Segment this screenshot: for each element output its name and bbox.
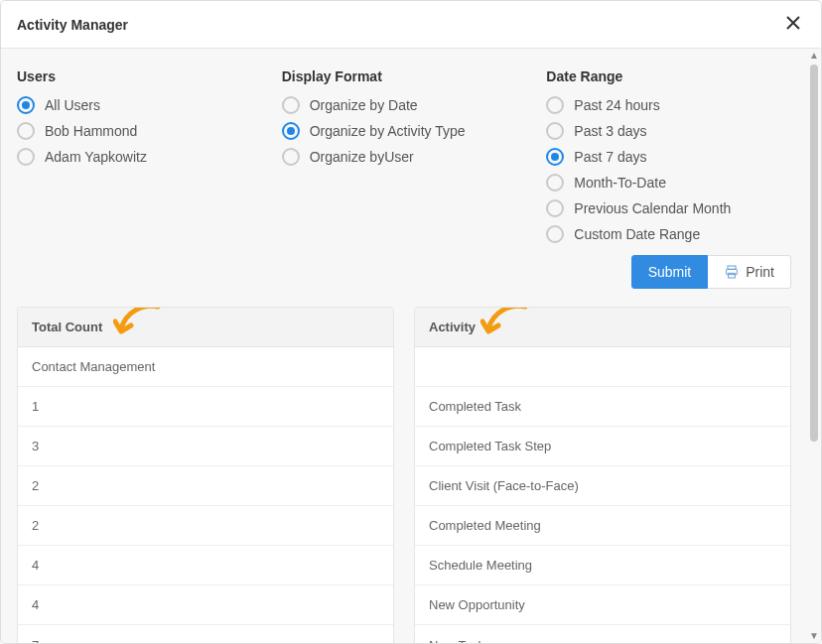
table-row: 4 (18, 585, 393, 625)
activity-manager-modal: Activity Manager Users All UsersBob Hamm… (0, 0, 822, 644)
radio-icon (17, 148, 35, 166)
scroll-up-icon[interactable]: ▲ (807, 49, 821, 63)
radio-label: Custom Date Range (574, 226, 700, 242)
users-option[interactable]: All Users (17, 96, 262, 114)
table-row: Client Visit (Face-to-Face) (415, 466, 790, 506)
print-label: Print (746, 264, 774, 280)
radio-label: Organize by Date (310, 97, 418, 113)
table-row: 3 (18, 427, 393, 466)
table-row: 2 (18, 506, 393, 546)
activity-header: Activity (415, 308, 790, 347)
table-row: Contact Management (18, 347, 393, 387)
filter-users: Users All UsersBob HammondAdam Yapkowitz (17, 68, 262, 289)
radio-icon (546, 96, 564, 114)
radio-label: Month-To-Date (574, 175, 666, 191)
display-format-option[interactable]: Organize by Activity Type (282, 122, 527, 140)
close-button[interactable] (781, 11, 805, 38)
print-icon (724, 264, 740, 280)
table-row: Completed Meeting (415, 506, 790, 546)
table-row: Schedule Meeting (415, 546, 790, 585)
radio-label: Organize by Activity Type (310, 123, 466, 139)
radio-label: Adam Yapkowitz (45, 149, 147, 165)
activity-table: Activity Completed TaskCompleted Task St… (414, 307, 791, 643)
filter-display-heading: Display Format (282, 68, 527, 84)
total-count-table: Total Count Contact Management1322447 (17, 307, 394, 643)
date-range-option[interactable]: Past 24 hours (546, 96, 791, 114)
date-range-option[interactable]: Past 3 days (546, 122, 791, 140)
table-row: 7 (18, 625, 393, 643)
filter-users-heading: Users (17, 68, 262, 84)
radio-icon (282, 96, 300, 114)
radio-icon (546, 225, 564, 243)
date-range-option[interactable]: Month-To-Date (546, 174, 791, 192)
radio-icon (282, 148, 300, 166)
radio-icon (282, 122, 300, 140)
table-row (415, 347, 790, 387)
radio-icon (17, 122, 35, 140)
radio-label: Previous Calendar Month (574, 200, 731, 216)
tables-row: Total Count Contact Management1322447 Ac… (17, 307, 791, 643)
display-format-option[interactable]: Organize byUser (282, 148, 527, 166)
radio-icon (546, 148, 564, 166)
radio-label: Past 24 hours (574, 97, 659, 113)
table-row: Completed Task Step (415, 427, 790, 466)
scroll-down-icon[interactable]: ▼ (807, 629, 821, 643)
radio-icon (546, 199, 564, 217)
filter-date-range: Date Range Past 24 hoursPast 3 daysPast … (546, 68, 791, 289)
modal-body: Users All UsersBob HammondAdam Yapkowitz… (1, 49, 821, 643)
date-range-option[interactable]: Previous Calendar Month (546, 199, 791, 217)
date-range-option[interactable]: Custom Date Range (546, 225, 791, 243)
radio-label: Bob Hammond (45, 123, 137, 139)
button-row: Submit Print (546, 255, 791, 289)
radio-label: Past 7 days (574, 149, 646, 165)
users-option[interactable]: Bob Hammond (17, 122, 262, 140)
display-format-option[interactable]: Organize by Date (282, 96, 527, 114)
date-range-option[interactable]: Past 7 days (546, 148, 791, 166)
users-option[interactable]: Adam Yapkowitz (17, 148, 262, 166)
radio-icon (546, 174, 564, 192)
table-row: 1 (18, 387, 393, 427)
close-icon (785, 15, 801, 31)
scrollbar[interactable]: ▲ ▼ (807, 49, 821, 643)
filter-row: Users All UsersBob HammondAdam Yapkowitz… (17, 68, 791, 289)
radio-icon (546, 122, 564, 140)
radio-label: Past 3 days (574, 123, 646, 139)
submit-button[interactable]: Submit (631, 255, 709, 289)
svg-rect-2 (729, 273, 736, 278)
total-count-header: Total Count (18, 308, 393, 347)
scroll-thumb[interactable] (810, 64, 818, 442)
table-row: New Opportunity (415, 585, 790, 625)
table-row: 4 (18, 546, 393, 585)
table-row: 2 (18, 466, 393, 506)
scroll-area: Users All UsersBob HammondAdam Yapkowitz… (1, 49, 807, 643)
radio-label: Organize byUser (310, 149, 414, 165)
print-button[interactable]: Print (708, 255, 791, 289)
table-row: Completed Task (415, 387, 790, 427)
filter-date-heading: Date Range (546, 68, 791, 84)
modal-header: Activity Manager (1, 1, 821, 49)
filter-display-format: Display Format Organize by DateOrganize … (282, 68, 527, 289)
table-row: New Task (415, 625, 790, 643)
radio-label: All Users (45, 97, 100, 113)
modal-title: Activity Manager (17, 17, 128, 33)
radio-icon (17, 96, 35, 114)
